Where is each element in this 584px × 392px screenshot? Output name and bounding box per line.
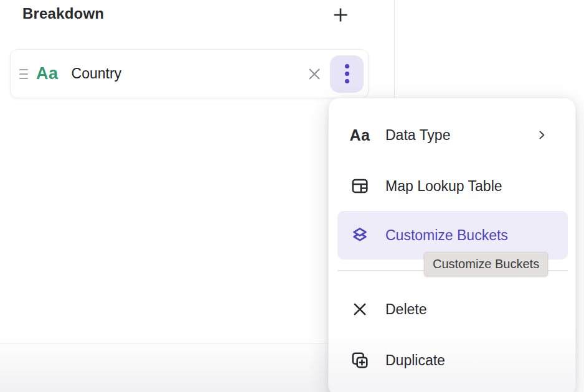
kebab-icon [345, 64, 349, 83]
chevron-right-icon [535, 129, 548, 141]
x-icon [306, 66, 323, 82]
breakdown-card-country[interactable]: Aa Country [10, 49, 369, 98]
add-breakdown-button[interactable] [330, 4, 351, 26]
menu-item-delete[interactable]: Delete [337, 285, 568, 334]
page-title: Breakdown [22, 5, 104, 22]
layers-icon [351, 226, 369, 245]
breakdown-options-button[interactable] [330, 55, 364, 93]
breakdown-field-label: Country [72, 65, 304, 82]
remove-breakdown-button[interactable] [304, 63, 325, 85]
data-type-text-icon: Aa [36, 64, 59, 83]
customize-buckets-tooltip: Customize Buckets [424, 252, 548, 276]
breakdown-options-menu: Aa Data Type Map Lookup Table Customize … [328, 98, 576, 392]
table-icon [351, 177, 369, 195]
drag-handle-icon[interactable] [19, 69, 29, 79]
text-format-icon: Aa [351, 126, 369, 144]
menu-item-data-type[interactable]: Aa Data Type [337, 111, 568, 159]
copy-plus-icon [351, 351, 369, 370]
menu-item-duplicate[interactable]: Duplicate [337, 336, 568, 385]
menu-item-map-lookup-table[interactable]: Map Lookup Table [337, 162, 568, 210]
x-icon [351, 300, 369, 319]
plus-icon [331, 6, 350, 24]
